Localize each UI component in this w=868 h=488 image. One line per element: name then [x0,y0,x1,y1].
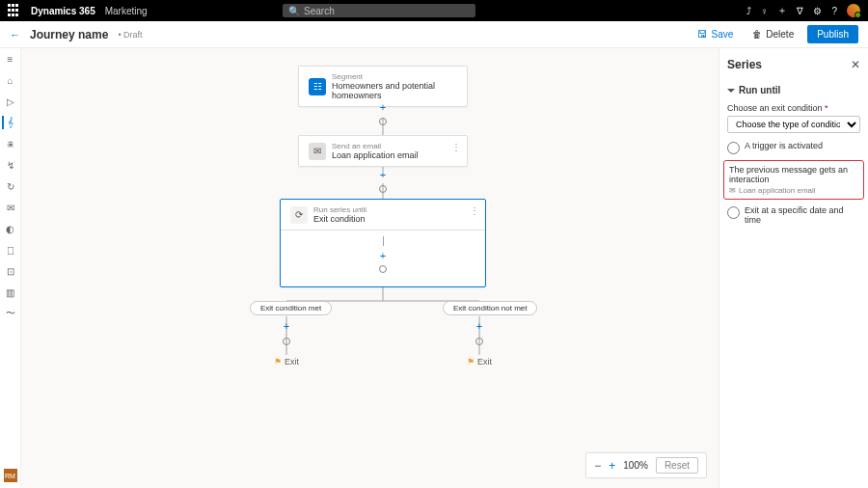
delete-label: Delete [766,29,794,40]
option-trigger-radio[interactable] [727,142,740,154]
series-type-label: Run series until [313,205,366,214]
delete-icon: 🗑 [752,29,762,40]
add-step-met[interactable]: + [281,320,292,332]
rail-arrow-icon[interactable]: ↯ [4,158,17,172]
lightbulb-icon[interactable]: ♀ [761,6,769,16]
connector-met[interactable] [283,338,290,345]
option-datetime[interactable]: Exit at a specific date and time [727,205,860,225]
exit-notmet: ⚑Exit [467,357,492,366]
option-trigger-label: A trigger is activated [745,141,823,150]
filter-icon[interactable]: ∇ [797,6,803,16]
rail-segment-icon[interactable]: ⛯ [4,137,17,150]
zoom-out-button[interactable]: − [594,459,601,473]
panel-section-title[interactable]: Run until [727,85,860,95]
rail-journey-icon[interactable]: 𝄞 [2,116,15,129]
rail-settings-icon[interactable]: 〜 [4,307,17,320]
zoom-reset-button[interactable]: Reset [656,457,698,474]
connector-notmet[interactable] [475,338,483,345]
add-step-button[interactable]: + [377,101,389,113]
email-more-button[interactable]: ⋮ [451,142,461,152]
flag-icon: ⚑ [467,357,475,366]
zoom-controls: − + 100% Reset [585,452,707,478]
search-icon: 🔍 [288,6,300,16]
panel-title: Series [727,58,762,71]
option-interaction-label: The previous message gets an interaction [729,165,848,184]
rail-email-icon[interactable]: ✉ [4,201,17,214]
search-placeholder: Search [304,6,335,16]
help-icon[interactable]: ? [831,6,837,16]
publish-button[interactable]: Publish [807,25,858,43]
series-icon: ⟳ [290,206,308,224]
exit-condition-label: Choose an exit condition * [727,103,860,113]
email-icon: ✉ [309,143,326,160]
series-node[interactable]: ⟳ Run series until Exit condition ⋮ + [280,199,486,287]
save-icon: 🖫 [697,29,707,40]
rail-notification-icon[interactable]: ◐ [4,222,17,235]
flag-icon: ⚑ [274,357,282,366]
panel-close-button[interactable]: ✕ [851,58,860,71]
status-badge: • Draft [118,30,142,40]
option-interaction-highlight: The previous message gets an interaction… [723,160,864,200]
option-datetime-radio[interactable] [727,206,740,219]
zoom-level: 100% [623,460,648,471]
search-input[interactable]: 🔍 Search [283,4,475,17]
rail-play-icon[interactable]: ▷ [4,95,17,108]
back-button[interactable]: ← [10,29,20,41]
app-name: Dynamics 365 [31,6,95,16]
connector-node[interactable] [379,118,387,125]
branch-met[interactable]: Exit condition met [250,301,332,315]
connector-inside-series[interactable] [379,265,387,273]
rail-home-icon[interactable]: ⌂ [4,73,17,87]
persona-badge[interactable]: RM [4,469,17,482]
save-button[interactable]: 🖫 Save [692,26,739,42]
app-launcher[interactable] [8,4,21,17]
page-title: Journey name [30,28,108,41]
option-interaction[interactable]: The previous message gets an interaction… [729,165,858,195]
email-type-label: Send an email [332,142,419,150]
rail-refresh-icon[interactable]: ↻ [4,179,17,193]
settings-icon[interactable]: ⚙ [813,6,822,16]
segment-value: Homeowners and potential homeowners [332,81,457,100]
segment-icon: ☷ [309,78,326,95]
rail-chat-icon[interactable]: ⊡ [4,264,17,278]
share-icon[interactable]: ⤴ [746,6,751,16]
option-datetime-label: Exit at a specific date and time [745,205,860,225]
exit-condition-select[interactable]: Choose the type of condition [727,116,860,133]
save-label: Save [711,29,733,40]
segment-type-label: Segment [332,72,457,81]
add-step-notmet[interactable]: + [474,320,485,332]
delete-button[interactable]: 🗑 Delete [746,26,800,42]
user-avatar[interactable] [847,4,860,17]
connector-node-2[interactable] [379,185,387,193]
rail-form-icon[interactable]: ⎕ [4,243,17,257]
series-value: Exit condition [313,214,366,224]
email-value: Loan application email [332,150,419,160]
email-node[interactable]: ✉ Send an email Loan application email ⋮ [298,135,468,167]
zoom-in-button[interactable]: + [609,459,615,473]
add-inside-series[interactable]: + [377,250,389,261]
add-icon[interactable]: ＋ [777,4,787,17]
rail-menu-icon[interactable]: ≡ [4,52,17,66]
option-interaction-sub: ✉ Loan application email [729,186,858,195]
option-trigger[interactable]: A trigger is activated [727,141,860,154]
module-name[interactable]: Marketing [105,6,148,16]
rail-chart-icon[interactable]: ▥ [4,285,17,299]
branch-notmet[interactable]: Exit condition not met [443,301,537,315]
add-step-button-2[interactable]: + [377,169,389,180]
email-small-icon: ✉ [729,186,736,195]
series-more-button[interactable]: ⋮ [470,205,479,216]
exit-met: ⚑Exit [274,357,299,366]
